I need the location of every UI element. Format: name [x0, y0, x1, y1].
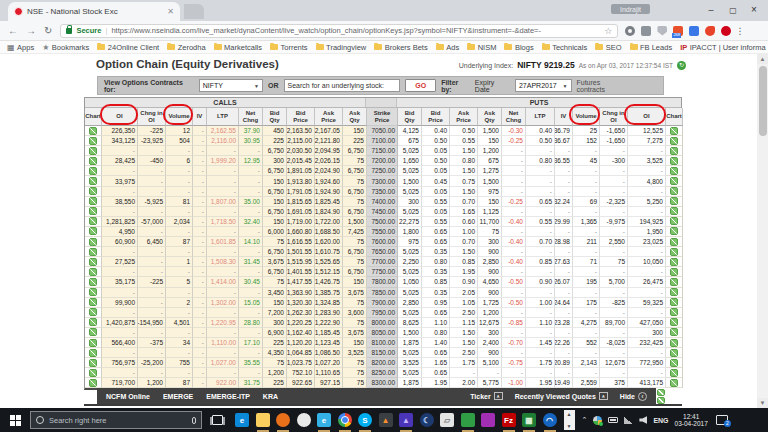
- bookmark-item[interactable]: NISM: [467, 43, 496, 52]
- ncfm-online-link[interactable]: NCFM Online: [106, 393, 150, 400]
- call-chart-icon[interactable]: [89, 318, 97, 326]
- bookmark-item[interactable]: Brokers Bets: [374, 43, 427, 52]
- call-chart-icon[interactable]: [89, 379, 97, 387]
- expand-up-icon[interactable]: [494, 392, 503, 400]
- hide-toggle[interactable]: Hide: [620, 392, 647, 401]
- bookmark-item[interactable]: Technicals: [542, 43, 588, 52]
- task-view-button[interactable]: [212, 415, 223, 425]
- minimize-button[interactable]: [702, 0, 720, 21]
- gear-extension-icon[interactable]: [625, 26, 635, 36]
- bookmark-star-icon[interactable]: ☆: [604, 26, 612, 36]
- bookmark-item[interactable]: Ads: [436, 43, 459, 52]
- put-chart-icon[interactable]: [670, 137, 678, 145]
- media-app-icon[interactable]: [481, 413, 495, 427]
- bookmark-item[interactable]: IPACCT | User informa: [680, 43, 765, 52]
- call-chart-icon[interactable]: [89, 248, 97, 256]
- filezilla-icon[interactable]: Fz: [502, 413, 516, 427]
- address-bar[interactable]: Secure | https://www.nseindia.com/live_m…: [60, 24, 618, 38]
- orange-extension-icon[interactable]: [705, 26, 715, 36]
- ticker-toggle[interactable]: Ticker: [470, 392, 503, 400]
- call-chart-icon[interactable]: [89, 328, 97, 336]
- network-icon[interactable]: [624, 417, 633, 424]
- bookmark-item[interactable]: Bookmarks: [42, 43, 89, 52]
- file-explorer-icon[interactable]: [256, 413, 270, 427]
- put-chart-icon[interactable]: [670, 298, 678, 306]
- call-chart-icon[interactable]: [89, 258, 97, 266]
- start-button[interactable]: [10, 415, 21, 426]
- call-chart-icon[interactable]: [89, 369, 97, 377]
- put-chart-icon[interactable]: [670, 288, 678, 296]
- kra-link[interactable]: KRA: [263, 393, 278, 400]
- notification-center-icon[interactable]: 2: [716, 415, 728, 425]
- blue-extension-icon[interactable]: [689, 26, 699, 36]
- shareit-icon[interactable]: ◠: [543, 413, 557, 427]
- bookmark-item[interactable]: 24Online Client: [97, 43, 159, 52]
- chrome-icon[interactable]: [338, 413, 352, 427]
- symbol-select[interactable]: NIFTY▼: [199, 79, 263, 92]
- put-chart-icon[interactable]: [670, 127, 678, 135]
- bluestacks-icon[interactable]: [461, 413, 475, 427]
- put-chart-icon[interactable]: [657, 397, 665, 404]
- expand-up-icon[interactable]: [599, 392, 608, 400]
- call-chart-icon[interactable]: [89, 157, 97, 165]
- put-chart-icon[interactable]: [670, 369, 678, 377]
- call-chart-icon[interactable]: [89, 167, 97, 175]
- call-chart-icon[interactable]: [89, 217, 97, 225]
- futures-contracts-link[interactable]: Futures contracts: [577, 79, 630, 93]
- put-chart-icon[interactable]: [670, 217, 678, 225]
- firefox-icon[interactable]: [276, 413, 290, 427]
- taskbar-search-box[interactable]: Search right here: [30, 411, 202, 429]
- skype-icon[interactable]: S: [358, 413, 372, 427]
- browser-tab[interactable]: NSE - National Stock Exc ✕: [8, 2, 180, 21]
- profile-badge[interactable]: Indrajit: [611, 4, 650, 14]
- hidden-icons-chevron[interactable]: ⌃: [582, 416, 588, 424]
- put-chart-icon[interactable]: [670, 248, 678, 256]
- call-chart-icon[interactable]: [89, 349, 97, 357]
- forward-icon[interactable]: →: [26, 25, 36, 36]
- put-chart-icon[interactable]: [670, 278, 678, 286]
- put-chart-icon[interactable]: [670, 238, 678, 246]
- battery-icon[interactable]: [608, 417, 618, 423]
- chrome-menu-icon[interactable]: ⋮: [735, 26, 744, 36]
- call-chart-icon[interactable]: [89, 288, 97, 296]
- put-chart-icon[interactable]: [670, 268, 678, 276]
- call-chart-icon[interactable]: [89, 298, 97, 306]
- new-tab-button[interactable]: [184, 4, 204, 19]
- app-light-icon[interactable]: [297, 413, 311, 427]
- emerge-link[interactable]: EMERGE: [163, 393, 193, 400]
- back-icon[interactable]: ←: [8, 25, 18, 36]
- defender-tray-icon[interactable]: [593, 416, 602, 425]
- app-crescent-icon[interactable]: ☾: [420, 413, 434, 427]
- put-chart-icon[interactable]: [670, 318, 678, 326]
- bookmark-item[interactable]: FB Leads: [630, 43, 673, 52]
- put-chart-icon[interactable]: [670, 177, 678, 185]
- put-chart-icon[interactable]: [670, 187, 678, 195]
- red-extension-icon[interactable]: [721, 26, 731, 36]
- put-chart-icon[interactable]: [670, 157, 678, 165]
- put-chart-icon[interactable]: [670, 308, 678, 316]
- scrollbar-thumb[interactable]: [759, 66, 767, 136]
- call-chart-icon[interactable]: [89, 147, 97, 155]
- language-indicator[interactable]: ENG: [653, 417, 668, 424]
- scroll-down-arrow[interactable]: ▼: [757, 398, 768, 408]
- tab-close-icon[interactable]: ✕: [167, 7, 174, 16]
- put-chart-icon[interactable]: [670, 167, 678, 175]
- call-chart-icon[interactable]: [89, 308, 97, 316]
- refresh-icon[interactable]: [677, 61, 686, 70]
- vlc-icon[interactable]: ▲: [379, 413, 393, 427]
- go-button[interactable]: GO: [405, 79, 436, 92]
- bookmark-item[interactable]: SEO: [595, 43, 621, 52]
- call-chart-icon[interactable]: [89, 238, 97, 246]
- collapse-circle-icon[interactable]: [638, 392, 647, 401]
- taskbar-clock[interactable]: 12:41 03-04-2017: [675, 413, 708, 428]
- screenshot-extension-icon[interactable]: [641, 26, 651, 36]
- call-chart-icon[interactable]: [89, 127, 97, 135]
- expiry-date-select[interactable]: 27APR2017▼: [515, 79, 572, 92]
- call-chart-icon[interactable]: [89, 227, 97, 235]
- call-chart-icon[interactable]: [89, 268, 97, 276]
- scroll-up-arrow[interactable]: ▲: [757, 54, 768, 64]
- call-chart-icon[interactable]: [89, 339, 97, 347]
- put-chart-icon[interactable]: [670, 349, 678, 357]
- app-triangle-icon[interactable]: ▲: [399, 413, 413, 427]
- bookmark-item[interactable]: Blogs: [504, 43, 533, 52]
